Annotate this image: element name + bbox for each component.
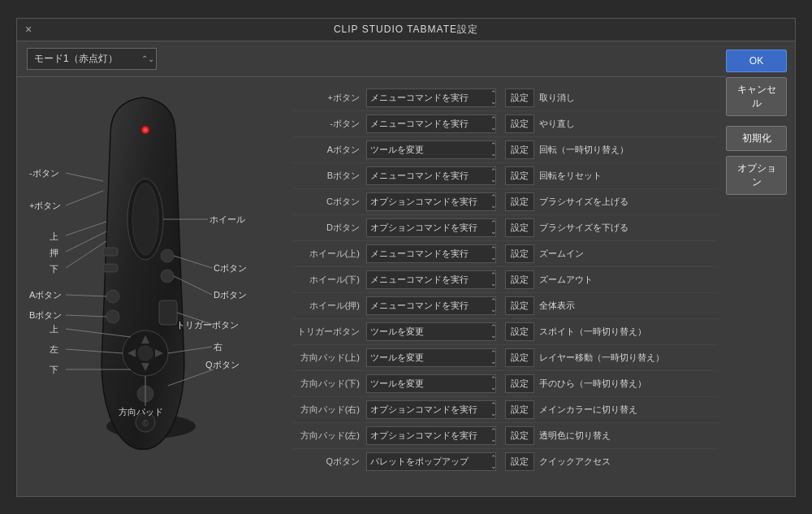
svg-text:Dボタン: Dボタン: [214, 290, 247, 300]
row-set-button-5[interactable]: 設定: [505, 218, 534, 237]
row-set-button-3[interactable]: 設定: [505, 166, 534, 185]
settings-table: +ボタン メニューコマンドを実行 ⌃⌄ 設定 取り消し -ボタン メニューコマン…: [293, 85, 718, 475]
row-command-select-5[interactable]: オプションコマンドを実行: [366, 218, 496, 237]
row-value-11: 手のひら（一時切り替え）: [539, 378, 718, 390]
table-row: Bボタン メニューコマンドを実行 ⌃⌄ 設定 回転をリセット: [293, 163, 718, 189]
row-set-button-13[interactable]: 設定: [505, 426, 534, 445]
row-label-6: ホイール(上): [293, 248, 366, 260]
options-button[interactable]: オプション: [726, 156, 787, 195]
row-command-select-10[interactable]: ツールを変更: [366, 348, 496, 367]
svg-text:方向パッド: 方向パッド: [119, 407, 163, 417]
row-set-button-0[interactable]: 設定: [505, 89, 534, 107]
row-select-wrapper-4: オプションコマンドを実行 ⌃⌄: [366, 192, 500, 211]
table-row: 方向パッド(上) ツールを変更 ⌃⌄ 設定 レイヤー移動（一時切り替え）: [293, 345, 718, 371]
cancel-button[interactable]: キャンセル: [726, 77, 787, 116]
row-set-button-9[interactable]: 設定: [505, 322, 534, 341]
row-label-14: Qボタン: [293, 456, 366, 468]
table-row: -ボタン メニューコマンドを実行 ⌃⌄ 設定 やり直し: [293, 111, 718, 137]
svg-rect-4: [103, 248, 118, 256]
close-button[interactable]: ×: [25, 23, 32, 36]
row-select-wrapper-0: メニューコマンドを実行 ⌃⌄: [366, 89, 500, 107]
mode-select[interactable]: モード1（赤点灯）: [27, 48, 157, 70]
table-row: Dボタン オプションコマンドを実行 ⌃⌄ 設定 ブラシサイズを下げる: [293, 215, 718, 241]
row-command-select-9[interactable]: ツールを変更: [366, 322, 496, 341]
settings-panel: +ボタン メニューコマンドを実行 ⌃⌄ 設定 取り消し -ボタン メニューコマン…: [293, 85, 718, 488]
row-set-button-12[interactable]: 設定: [505, 400, 534, 419]
row-command-select-11[interactable]: ツールを変更: [366, 374, 496, 393]
row-set-button-10[interactable]: 設定: [505, 348, 534, 367]
svg-text:Aボタン: Aボタン: [29, 290, 62, 300]
ok-button[interactable]: OK: [726, 50, 787, 72]
svg-point-12: [137, 345, 153, 361]
row-command-select-1[interactable]: メニューコマンドを実行: [366, 114, 496, 133]
row-command-select-12[interactable]: オプションコマンドを実行: [366, 400, 496, 419]
row-set-button-14[interactable]: 設定: [505, 452, 534, 471]
row-set-button-6[interactable]: 設定: [505, 244, 534, 263]
row-command-select-0[interactable]: メニューコマンドを実行: [366, 89, 496, 107]
row-command-select-2[interactable]: ツールを変更: [366, 140, 496, 159]
row-command-select-13[interactable]: オプションコマンドを実行: [366, 426, 496, 445]
svg-rect-5: [103, 264, 118, 272]
row-command-select-6[interactable]: メニューコマンドを実行: [366, 244, 496, 263]
row-set-button-2[interactable]: 設定: [505, 140, 534, 159]
row-select-wrapper-10: ツールを変更 ⌃⌄: [366, 348, 500, 367]
svg-text:ホイール: ホイール: [209, 214, 245, 224]
row-set-button-8[interactable]: 設定: [505, 296, 534, 315]
row-set-button-1[interactable]: 設定: [505, 114, 534, 133]
row-label-10: 方向パッド(上): [293, 352, 366, 364]
row-value-7: ズームアウト: [539, 274, 718, 286]
row-set-button-11[interactable]: 設定: [505, 374, 534, 393]
svg-line-22: [66, 191, 103, 205]
row-command-select-3[interactable]: メニューコマンドを実行: [366, 166, 496, 185]
row-select-wrapper-9: ツールを変更 ⌃⌄: [366, 322, 500, 341]
table-row: 方向パッド(下) ツールを変更 ⌃⌄ 設定 手のひら（一時切り替え）: [293, 371, 718, 397]
row-value-5: ブラシサイズを下げる: [539, 222, 718, 234]
table-row: Qボタン パレットをポップアップ ⌃⌄ 設定 クイックアクセス: [293, 449, 718, 475]
row-value-9: スポイト（一時切り替え）: [539, 326, 718, 338]
row-label-0: +ボタン: [293, 92, 366, 104]
svg-line-38: [66, 315, 106, 317]
row-command-select-14[interactable]: パレットをポップアップ: [366, 452, 496, 471]
svg-text:左: 左: [50, 344, 58, 354]
row-label-1: -ボタン: [293, 118, 366, 130]
reset-button[interactable]: 初期化: [726, 126, 787, 151]
row-select-wrapper-3: メニューコマンドを実行 ⌃⌄: [366, 166, 500, 185]
table-row: ホイール(上) メニューコマンドを実行 ⌃⌄ 設定 ズームイン: [293, 241, 718, 267]
row-select-wrapper-2: ツールを変更 ⌃⌄: [366, 140, 500, 159]
svg-point-1: [141, 126, 149, 134]
svg-text:上: 上: [50, 231, 58, 241]
svg-point-10: [106, 310, 119, 323]
table-row: ホイール(下) メニューコマンドを実行 ⌃⌄ 設定 ズームアウト: [293, 267, 718, 293]
svg-text:+ボタン: +ボタン: [29, 201, 61, 210]
svg-text:トリガーボタン: トリガーボタン: [176, 320, 239, 330]
table-row: 方向パッド(右) オプションコマンドを実行 ⌃⌄ 設定 メインカラーに切り替え: [293, 397, 718, 423]
svg-point-3: [132, 184, 158, 255]
row-label-4: Cボタン: [293, 196, 366, 208]
row-label-12: 方向パッド(右): [293, 404, 366, 416]
row-value-4: ブラシサイズを上げる: [539, 196, 718, 208]
row-label-2: Aボタン: [293, 144, 366, 156]
device-diagram: © -ボタン +ボタン 上: [25, 85, 269, 475]
row-command-select-4[interactable]: オプションコマンドを実行: [366, 192, 496, 211]
row-select-wrapper-1: メニューコマンドを実行 ⌃⌄: [366, 114, 500, 133]
svg-text:Cボタン: Cボタン: [214, 263, 247, 273]
row-label-9: トリガーボタン: [293, 326, 366, 338]
table-row: 方向パッド(左) オプションコマンドを実行 ⌃⌄ 設定 透明色に切り替え: [293, 423, 718, 449]
svg-text:-ボタン: -ボタン: [29, 168, 59, 178]
row-set-button-4[interactable]: 設定: [505, 192, 534, 211]
device-svg: © -ボタン +ボタン 上: [25, 85, 269, 475]
row-set-button-7[interactable]: 設定: [505, 270, 534, 289]
row-command-select-8[interactable]: メニューコマンドを実行: [366, 296, 496, 315]
row-value-8: 全体表示: [539, 300, 718, 312]
main-window: × CLIP STUDIO TABMATE設定 モード1（赤点灯） ⌃⌄: [16, 18, 796, 497]
svg-point-6: [161, 249, 174, 262]
row-command-select-7[interactable]: メニューコマンドを実行: [366, 270, 496, 289]
row-value-12: メインカラーに切り替え: [539, 404, 718, 416]
toolbar: モード1（赤点灯） ⌃⌄: [17, 41, 726, 77]
svg-point-7: [161, 270, 174, 283]
row-value-13: 透明色に切り替え: [539, 430, 718, 442]
svg-text:下: 下: [50, 365, 58, 374]
row-value-0: 取り消し: [539, 92, 718, 104]
row-select-wrapper-13: オプションコマンドを実行 ⌃⌄: [366, 426, 500, 445]
row-select-wrapper-7: メニューコマンドを実行 ⌃⌄: [366, 270, 500, 289]
